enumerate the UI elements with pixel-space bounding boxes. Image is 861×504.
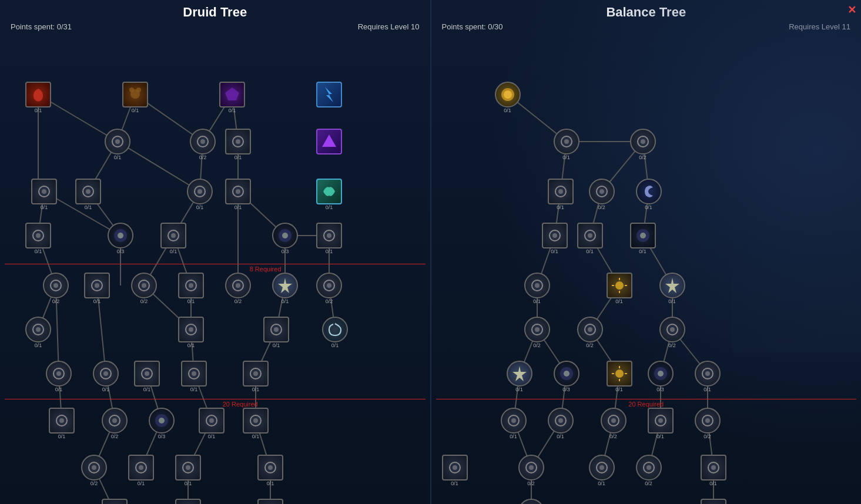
- talent-node-ds2[interactable]: [316, 129, 342, 155]
- talent-node-b4[interactable]: 0/1: [548, 179, 574, 210]
- talent-node-ds3[interactable]: 0/1: [316, 179, 342, 210]
- talent-node-b31[interactable]: 0/1: [518, 499, 544, 504]
- talent-node-b29[interactable]: 0/2: [636, 455, 662, 486]
- talent-icon-b22: [548, 408, 574, 434]
- talent-node-b20[interactable]: 0/1: [695, 361, 721, 392]
- talent-node-d35[interactable]: 0/1: [199, 408, 225, 439]
- talent-node-b1[interactable]: 0/1: [495, 82, 521, 113]
- talent-node-b28[interactable]: 0/1: [589, 455, 615, 486]
- talent-node-d20[interactable]: 0/2: [225, 273, 251, 304]
- talent-node-b7[interactable]: 0/1: [542, 223, 568, 254]
- talent-node-d33[interactable]: 0/2: [102, 408, 128, 439]
- talent-node-b13[interactable]: 0/2: [524, 317, 550, 348]
- talent-node-d23[interactable]: 0/1: [25, 317, 51, 348]
- talent-node-d6[interactable]: 0/1: [225, 129, 251, 160]
- svg-point-110: [253, 418, 258, 423]
- talent-node-b14[interactable]: 0/2: [577, 317, 603, 348]
- talent-node-d12[interactable]: 0/3: [108, 223, 133, 254]
- talent-node-b12[interactable]: 0/1: [659, 273, 685, 304]
- talent-node-b2[interactable]: 0/1: [554, 129, 579, 160]
- talent-icon-b1: [495, 82, 521, 107]
- talent-node-d31[interactable]: 0/1: [243, 361, 269, 392]
- talent-node-d36[interactable]: 0/1: [243, 408, 269, 439]
- talent-cost-b26: 0/1: [451, 481, 458, 486]
- talent-node-d9[interactable]: 0/1: [187, 179, 213, 210]
- talent-node-d28[interactable]: 0/1: [93, 361, 119, 392]
- svg-point-108: [209, 418, 214, 423]
- talent-cost-d9: 0/1: [196, 205, 204, 210]
- talent-node-d32[interactable]: 0/1: [49, 408, 75, 439]
- balance-required-label-2: 20 Required: [628, 401, 664, 408]
- talent-node-d1[interactable]: 0/1: [25, 82, 51, 113]
- talent-node-b26[interactable]: 0/1: [442, 455, 468, 486]
- talent-node-d27[interactable]: 0/1: [46, 361, 72, 392]
- talent-cost-d35: 0/1: [208, 434, 216, 439]
- talent-node-d17[interactable]: 0/1: [84, 273, 110, 304]
- talent-node-d8[interactable]: 0/1: [75, 179, 101, 210]
- talent-icon-b4: [548, 179, 574, 204]
- talent-node-d40[interactable]: 0/1: [257, 455, 283, 486]
- talent-node-b15[interactable]: 0/2: [659, 317, 685, 348]
- talent-node-d5[interactable]: 0/2: [190, 129, 216, 160]
- svg-point-84: [327, 283, 331, 288]
- talent-cost-d2: 0/1: [132, 108, 139, 113]
- talent-node-b21[interactable]: 0/1: [501, 408, 527, 439]
- talent-node-d21[interactable]: 0/1: [272, 273, 298, 304]
- talent-node-d10[interactable]: 0/1: [225, 179, 251, 210]
- talent-node-d19[interactable]: 0/1: [178, 273, 204, 304]
- talent-node-d41[interactable]: 0/1: [102, 499, 128, 504]
- talent-icon-d11: [25, 223, 51, 248]
- talent-node-d15[interactable]: 0/1: [316, 223, 342, 254]
- talent-node-d13[interactable]: 0/1: [160, 223, 186, 254]
- talent-cost-b11: 0/1: [615, 299, 623, 304]
- talent-node-b18[interactable]: 0/1: [607, 361, 632, 392]
- talent-node-b25[interactable]: 0/2: [695, 408, 721, 439]
- balance-close-button[interactable]: ✕: [847, 4, 856, 16]
- svg-marker-179: [665, 278, 679, 293]
- talent-node-d7[interactable]: 0/1: [31, 179, 57, 210]
- talent-node-d18[interactable]: 0/2: [131, 273, 157, 304]
- talent-node-b32[interactable]: 0/1: [701, 499, 726, 504]
- talent-node-d39[interactable]: 0/1: [175, 455, 201, 486]
- talent-node-b6[interactable]: 0/1: [636, 179, 662, 210]
- talent-node-d34[interactable]: 0/3: [149, 408, 175, 439]
- talent-node-b3[interactable]: 0/2: [630, 129, 656, 160]
- talent-node-d16[interactable]: 0/2: [43, 273, 69, 304]
- talent-icon-d6: [225, 129, 251, 154]
- talent-node-d38[interactable]: 0/1: [128, 455, 154, 486]
- talent-node-b17[interactable]: 0/3: [554, 361, 579, 392]
- talent-icon-b10: [524, 273, 550, 298]
- talent-node-d2[interactable]: 0/1: [122, 82, 148, 113]
- talent-node-d30[interactable]: 0/1: [181, 361, 207, 392]
- talent-cost-d11: 0/1: [35, 249, 42, 254]
- talent-node-d24[interactable]: 0/1: [178, 317, 204, 348]
- talent-node-b8[interactable]: 0/1: [577, 223, 603, 254]
- talent-node-b30[interactable]: 0/1: [701, 455, 726, 486]
- talent-node-b10[interactable]: 0/1: [524, 273, 550, 304]
- talent-node-b22[interactable]: 0/1: [548, 408, 574, 439]
- talent-node-d42[interactable]: 0/1: [175, 499, 201, 504]
- talent-node-b9[interactable]: 0/1: [630, 223, 656, 254]
- talent-node-ds1[interactable]: [316, 82, 342, 108]
- talent-node-d22[interactable]: 0/2: [316, 273, 342, 304]
- talent-node-b24[interactable]: 0/1: [648, 408, 674, 439]
- talent-node-d4[interactable]: 0/1: [105, 129, 130, 160]
- talent-node-d43[interactable]: 0/1: [257, 499, 283, 504]
- talent-node-b5[interactable]: 0/2: [589, 179, 615, 210]
- talent-node-d29[interactable]: 0/1: [134, 361, 160, 392]
- talent-node-b16[interactable]: 0/1: [507, 361, 532, 392]
- talent-calculator: Druid Tree Points spent: 0/31 Requires L…: [0, 0, 861, 504]
- druid-required-label-1: 8 Required: [250, 266, 282, 273]
- talent-node-b23[interactable]: 0/2: [601, 408, 627, 439]
- svg-point-116: [186, 465, 190, 470]
- talent-node-b11[interactable]: 0/1: [607, 273, 632, 304]
- talent-node-d11[interactable]: 0/1: [25, 223, 51, 254]
- talent-node-d37[interactable]: 0/2: [81, 455, 107, 486]
- talent-node-d25[interactable]: 0/1: [263, 317, 289, 348]
- talent-node-d14[interactable]: 0/3: [272, 223, 298, 254]
- talent-node-d26[interactable]: 0/1: [322, 317, 348, 348]
- talent-node-d3[interactable]: 0/1: [219, 82, 245, 113]
- talent-cost-b2: 0/1: [562, 155, 570, 160]
- talent-node-b27[interactable]: 0/2: [518, 455, 544, 486]
- talent-node-b19[interactable]: 0/3: [648, 361, 674, 392]
